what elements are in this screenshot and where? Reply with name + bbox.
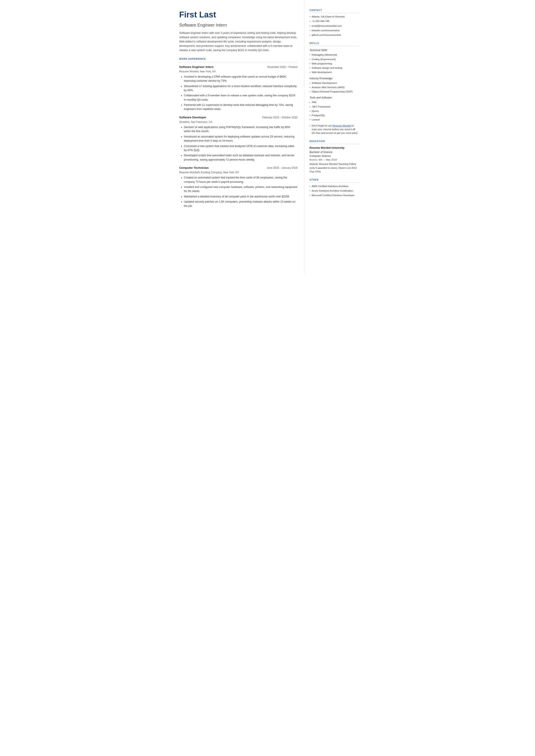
edu-awards: Awards: Resume Worded Teaching Fellow (o…	[310, 162, 359, 174]
technical-skills-list: Debugging (Advanced) Coding (Experienced…	[310, 53, 359, 74]
job-block-1: Software Engineer Intern November 2020 –…	[179, 65, 297, 111]
tech-skill-2: Coding (Experienced)	[310, 58, 359, 61]
bullet-2-1: Devised 14 web applications using PHP/My…	[184, 125, 297, 134]
job-company-1: Resume Worded, New York, NY	[179, 70, 297, 73]
edu-degree: Bachelor of Science	[310, 150, 359, 154]
candidate-title: Software Engineer Intern	[179, 22, 297, 28]
tech-skill-5: Web development	[310, 70, 359, 74]
other-item-2: Azure Solutions Architect Certification.	[310, 189, 359, 192]
tech-skill-4: Software design and testing	[310, 66, 359, 70]
industry-skill-2: Amazon Web Services (AWS)	[310, 86, 359, 89]
bullet-3-1: Created an automated system that tracked…	[184, 176, 297, 184]
edu-field: Computer Science	[310, 154, 359, 158]
job-bullets-1: Assisted in developing a CRM software up…	[179, 75, 297, 111]
other-list: AWS Certified Solutions Architect. Azure…	[310, 184, 359, 197]
contact-item-3: email@resumeworded.com	[310, 24, 359, 28]
industry-skills-list: Software Development Amazon Web Services…	[310, 81, 359, 94]
rw-promo-note: Don't forget to use Resume Worded to sca…	[310, 124, 359, 135]
other-section: OTHER AWS Certified Solutions Architect.…	[310, 178, 359, 197]
other-item-1: AWS Certified Solutions Architect.	[310, 184, 359, 188]
work-experience-header: WORK EXPERIENCE	[179, 57, 297, 62]
industry-skill-3: Object-Oriented Programming (OOP)	[310, 90, 359, 94]
job-dates-2: February 2019 – October 2020	[262, 116, 297, 119]
candidate-name: First Last	[179, 9, 297, 21]
job-block-2: Software Developer February 2019 – Octob…	[179, 115, 297, 162]
bullet-2-4: Develop[ed scripts that automated tasks …	[184, 154, 297, 162]
rw-note-prefix: Don't forget to use	[312, 124, 333, 127]
candidate-summary: Software engineer intern with over 3 yea…	[179, 31, 297, 52]
education-section: EDUCATION Resume Worded University Bache…	[310, 140, 359, 174]
contact-header: CONTACT	[310, 9, 359, 13]
tool-skill-5: Laravel	[310, 118, 359, 122]
job-company-3: Resume Worded's Exciting Company, New Yo…	[179, 170, 297, 174]
job-title-1: Software Engineer Intern	[179, 65, 214, 69]
bullet-1-3: Collaborated with a 5-member team to rel…	[184, 94, 297, 102]
bullet-3-2: Installed and configured new computer ha…	[184, 185, 297, 193]
bullet-1-2: Streamlined 17 existing applications for…	[184, 84, 297, 93]
job-bullets-3: Created an automated system that tracked…	[179, 176, 297, 208]
job-title-3: Computer Technician	[179, 166, 209, 170]
bullet-3-3: Maintained a detailed inventory of all c…	[184, 195, 297, 199]
tool-skill-3: jQuery	[310, 109, 359, 113]
tools-skills-label: Tools and Software:	[310, 96, 359, 99]
technical-skills-label: Technical Skills:	[310, 48, 359, 52]
bullet-1-4: Partnered with 11 supervisors to develop…	[184, 103, 297, 111]
other-header: OTHER	[310, 178, 359, 183]
bullet-1-1: Assisted in developing a CRM software up…	[184, 75, 297, 83]
tool-skill-4: PostgreSQL	[310, 114, 359, 117]
job-company-2: Growthsi, San Francisco, CA	[179, 120, 297, 124]
contact-item-2: +1-234-456-789	[310, 19, 359, 23]
tool-skill-1: XML	[310, 100, 359, 104]
bullet-3-4: Updated security patches on 1.5K compute…	[184, 200, 297, 208]
tools-skills-list: XML .NET Framework jQuery PostgreSQL Lar…	[310, 100, 359, 122]
job-dates-3: June 2018 – January 2019	[267, 166, 297, 170]
contact-item-5: github.com/resumeworded	[310, 33, 359, 37]
bullet-2-3: Conceived a new system that tracked and …	[184, 144, 297, 153]
industry-skills-label: Industry Knowledge:	[310, 76, 359, 80]
skills-section: SKILLS Technical Skills: Debugging (Adva…	[310, 42, 359, 135]
tool-skill-2: .NET Framework	[310, 105, 359, 109]
edu-location-date: Boston, MA — May 2018	[310, 158, 359, 162]
contact-list: Atlanta, GA (Open to Remote) +1-234-456-…	[310, 15, 359, 37]
edu-block-1: Resume Worded University Bachelor of Sci…	[310, 146, 359, 174]
education-header: EDUCATION	[310, 140, 359, 144]
tech-skill-3: Web programming	[310, 62, 359, 66]
job-dates-1: November 2020 – Present	[267, 65, 297, 69]
contact-item-1: Atlanta, GA (Open to Remote)	[310, 15, 359, 18]
other-item-3: Microsoft Certified Solutions Developer.	[310, 193, 359, 197]
job-bullets-2: Devised 14 web applications using PHP/My…	[179, 125, 297, 162]
job-title-2: Software Developer	[179, 115, 207, 120]
contact-section: CONTACT Atlanta, GA (Open to Remote) +1-…	[310, 9, 359, 37]
bullet-2-2: Introduced an automated system for deplo…	[184, 135, 297, 143]
contact-item-4: linkedin.com/in/username	[310, 29, 359, 32]
industry-skill-1: Software Development	[310, 81, 359, 85]
skills-header: SKILLS	[310, 42, 359, 46]
edu-school: Resume Worded University	[310, 146, 359, 150]
tech-skill-1: Debugging (Advanced)	[310, 53, 359, 57]
rw-link[interactable]: Resume Worded	[332, 124, 351, 127]
job-block-3: Computer Technician June 2018 – January …	[179, 166, 297, 208]
